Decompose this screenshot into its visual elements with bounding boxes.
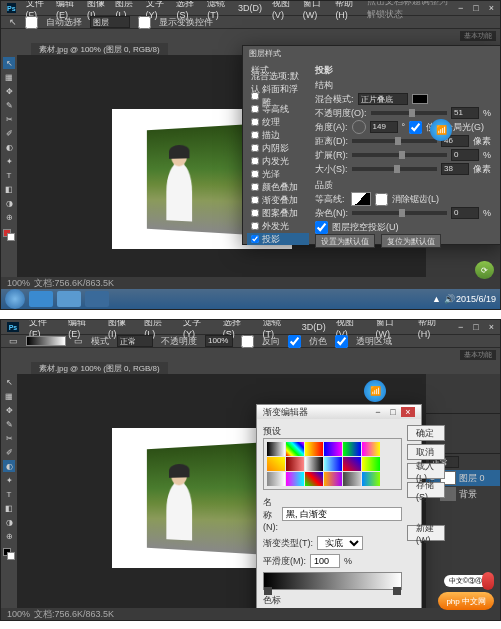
red-badge[interactable] — [482, 572, 494, 590]
menu-window[interactable]: 窗口(W) — [303, 0, 326, 20]
ok-button[interactable]: 确定 — [407, 425, 445, 441]
wand-tool-2[interactable]: ✎ — [3, 418, 15, 430]
mode-select[interactable]: 正常 — [117, 335, 153, 347]
group-select[interactable]: 图层 — [90, 16, 130, 28]
minimize-icon-2[interactable]: − — [458, 322, 463, 332]
gradient-name-input[interactable] — [282, 507, 402, 521]
style-outer-glow[interactable]: 外发光 — [247, 220, 309, 232]
menu-view[interactable]: 视图(V) — [272, 0, 293, 20]
preset-15[interactable] — [324, 472, 342, 486]
lasso-tool-2[interactable]: ✥ — [3, 404, 15, 416]
gradient-linear-icon[interactable]: ▭ — [74, 336, 83, 346]
preset-6[interactable] — [267, 457, 285, 471]
close-icon-2[interactable]: × — [489, 322, 494, 332]
color-swatch[interactable] — [3, 229, 15, 241]
zoom-value[interactable]: 100% — [7, 278, 30, 288]
style-satin[interactable]: 光泽 — [247, 168, 309, 180]
preset-7[interactable] — [286, 457, 304, 471]
menu-help[interactable]: 帮助(H) — [335, 0, 356, 20]
opacity-slider[interactable] — [371, 111, 447, 115]
show-transform-check[interactable] — [138, 16, 151, 29]
taskbar-ie[interactable] — [29, 291, 53, 307]
noise-slider[interactable] — [352, 211, 447, 215]
angle-input[interactable]: 149 — [370, 121, 398, 133]
opacity-input-2[interactable]: 100% — [205, 335, 233, 347]
color-swatch-2[interactable] — [3, 548, 15, 560]
eyedropper-tool-2[interactable]: ✐ — [3, 446, 15, 458]
marquee-tool[interactable]: ▦ — [3, 71, 15, 83]
style-inner-glow[interactable]: 内发光 — [247, 155, 309, 167]
taskbar-explorer[interactable] — [57, 291, 81, 307]
knockout-check[interactable] — [315, 221, 328, 234]
color-panel-2[interactable] — [426, 374, 500, 414]
rect-tool[interactable]: ◧ — [3, 183, 15, 195]
style-inner-shadow[interactable]: 内阴影 — [247, 142, 309, 154]
preset-5[interactable] — [362, 442, 380, 456]
load-button[interactable]: 载入(L)... — [407, 463, 445, 479]
photo-layer-2[interactable] — [146, 442, 264, 555]
distance-slider[interactable] — [352, 139, 437, 143]
smooth-input[interactable] — [310, 554, 340, 568]
maximize-icon-2[interactable]: □ — [473, 322, 478, 332]
type-tool[interactable]: T — [3, 169, 15, 181]
move-tool-2[interactable]: ↖ — [3, 376, 15, 388]
minimize-icon[interactable]: − — [458, 3, 463, 13]
shadow-color-swatch[interactable] — [412, 94, 428, 104]
preset-2[interactable] — [305, 442, 323, 456]
preset-11[interactable] — [362, 457, 380, 471]
preset-14[interactable] — [305, 472, 323, 486]
stop-left[interactable] — [264, 587, 272, 595]
style-texture[interactable]: 纹理 — [247, 116, 309, 128]
spread-input[interactable]: 0 — [451, 149, 479, 161]
hand-tool-2[interactable]: ◑ — [3, 516, 15, 528]
size-slider[interactable] — [352, 167, 438, 171]
eyedropper-tool[interactable]: ✐ — [3, 127, 15, 139]
marquee-tool-2[interactable]: ▦ — [3, 390, 15, 402]
preset-16[interactable] — [343, 472, 361, 486]
style-pattern-overlay[interactable]: 图案叠加 — [247, 207, 309, 219]
preset-12[interactable] — [267, 472, 285, 486]
opacity-input[interactable]: 51 — [451, 107, 479, 119]
cancel-button[interactable]: 取消 — [407, 444, 445, 460]
php-badge[interactable]: php 中文网 — [438, 592, 494, 610]
gradient-tool-2[interactable]: ◐ — [3, 460, 15, 472]
dialog-close-icon[interactable]: × — [401, 407, 415, 417]
type-tool-2[interactable]: T — [3, 488, 15, 500]
crop-tool-2[interactable]: ✂ — [3, 432, 15, 444]
antialias-check[interactable] — [375, 193, 388, 206]
preset-3[interactable] — [324, 442, 342, 456]
stamp-tool[interactable]: ✦ — [3, 155, 15, 167]
new-button[interactable]: 新建(W) — [407, 525, 445, 541]
gradient-type-select[interactable]: 实底 — [317, 536, 363, 550]
document-tab-2[interactable]: 素材.jpg @ 100% (图层 0, RGB/8) — [31, 362, 168, 374]
stamp-tool-2[interactable]: ✦ — [3, 474, 15, 486]
style-gradient-overlay[interactable]: 渐变叠加 — [247, 194, 309, 206]
brush-tool[interactable]: ◐ — [3, 141, 15, 153]
preset-8[interactable] — [305, 457, 323, 471]
workspace-button[interactable]: 基本功能 — [460, 31, 496, 41]
tray-network-icon[interactable]: 🔊 — [444, 294, 454, 304]
size-input[interactable]: 38 — [441, 163, 469, 175]
stop-right[interactable] — [393, 587, 401, 595]
dialog-min-icon[interactable]: − — [371, 407, 385, 417]
close-icon[interactable]: × — [489, 3, 494, 13]
zoom-tool[interactable]: ⊕ — [3, 211, 15, 223]
global-light-check[interactable] — [409, 121, 422, 134]
lasso-tool[interactable]: ✥ — [3, 85, 15, 97]
hand-tool[interactable]: ◑ — [3, 197, 15, 209]
style-drop-shadow[interactable]: 投影 — [247, 233, 309, 245]
gradient-preview[interactable] — [26, 336, 66, 346]
blend-mode-select[interactable]: 正片叠底 — [358, 93, 408, 105]
spread-slider[interactable] — [352, 153, 447, 157]
taskbar-ps[interactable] — [85, 291, 109, 307]
move-tool[interactable]: ↖ — [3, 57, 15, 69]
zoom-value-2[interactable]: 100% — [7, 609, 30, 619]
delete-opacity-stop[interactable]: 删除(D) — [371, 621, 402, 622]
reverse-check[interactable] — [241, 335, 254, 348]
style-color-overlay[interactable]: 颜色叠加 — [247, 181, 309, 193]
tray-icon[interactable]: ▲ — [432, 294, 442, 304]
wand-tool[interactable]: ✎ — [3, 99, 15, 111]
preset-0[interactable] — [267, 442, 285, 456]
menu-3d[interactable]: 3D(D) — [238, 3, 262, 13]
style-stroke[interactable]: 描边 — [247, 129, 309, 141]
